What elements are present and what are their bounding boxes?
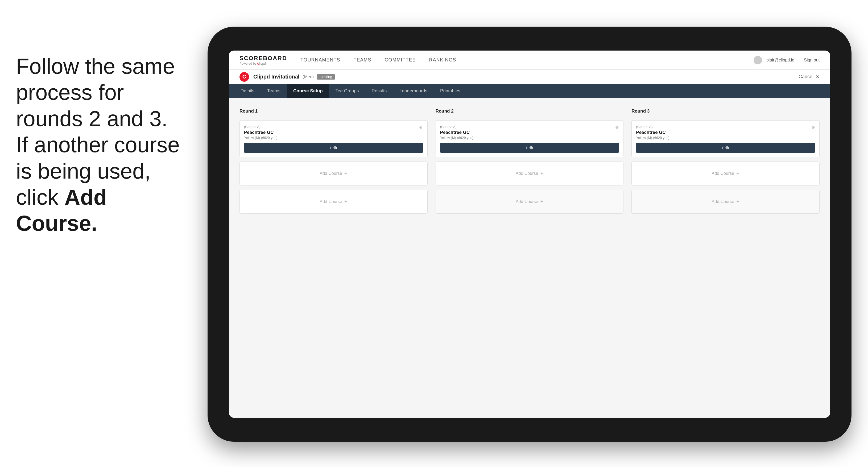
tournament-logo: C [240,72,249,82]
round-3-course-label: (Course A) [636,125,815,129]
instruction-line2: process for [16,80,124,104]
instruction-line3: rounds 2 and 3. [16,106,168,131]
round-2-course-label: (Course A) [440,125,619,129]
tablet-screen: SCOREBOARD Powered by clippd TOURNAMENTS… [229,51,830,418]
round-3-course-tee: Yellow (M) (6629 yds) [636,136,815,140]
powered-by: Powered by clippd [240,62,287,65]
round-2-add-course-2[interactable]: Add Course + [436,190,624,214]
add-course-1-label: Add Course [319,171,342,176]
main-content: Round 1 ⊗ (Course A) Peachtree GC Yellow… [229,98,830,418]
round-2-course-tee: Yellow (M) (6629 yds) [440,136,619,140]
nav-links: TOURNAMENTS TEAMS COMMITTEE RANKINGS [301,55,753,65]
add-course-1-plus-icon: + [344,170,347,177]
nav-rankings[interactable]: RANKINGS [429,55,456,65]
tablet-device: SCOREBOARD Powered by clippd TOURNAMENTS… [208,27,851,442]
round-3-add-course-2-label: Add Course [712,199,735,204]
nav-separator: | [799,58,800,63]
round-3-course-card: ⊗ (Course A) Peachtree GC Yellow (M) (66… [631,120,819,157]
instruction-text: Follow the same process for rounds 2 and… [0,42,197,247]
brand-name: SCOREBOARD [240,55,287,62]
user-avatar [753,56,762,64]
round-1-course-label: (Course A) [244,125,423,129]
instruction-line6-prefix: click [16,185,64,209]
tab-teams[interactable]: Teams [261,84,287,98]
round-2-course-name: Peachtree GC [440,130,619,135]
round-2-column: Round 2 ⊗ (Course A) Peachtree GC Yellow… [436,108,624,214]
tournament-bar: C Clippd Invitational (Men) Hosting Canc… [229,70,830,84]
tab-tee-groups[interactable]: Tee Groups [329,84,365,98]
rounds-grid: Round 1 ⊗ (Course A) Peachtree GC Yellow… [240,108,819,214]
round-3-add-course-2[interactable]: Add Course + [631,190,819,214]
round-2-add-course-1[interactable]: Add Course + [436,161,624,185]
round-3-delete-icon[interactable]: ⊗ [810,124,816,130]
user-email: blair@clippd.io [766,58,794,63]
tab-leaderboards[interactable]: Leaderboards [393,84,434,98]
round-2-add-course-1-plus-icon: + [540,170,544,177]
round-2-header: Round 2 [436,108,624,114]
round-3-add-course-1[interactable]: Add Course + [631,161,819,185]
round-1-header: Round 1 [240,108,428,114]
round-1-add-course-2[interactable]: Add Course + [240,190,428,214]
round-2-course-card: ⊗ (Course A) Peachtree GC Yellow (M) (66… [436,120,624,157]
round-1-course-card: ⊗ (Course A) Peachtree GC Yellow (M) (66… [240,120,428,157]
instruction-line1: Follow the same [16,54,175,78]
round-3-column: Round 3 ⊗ (Course A) Peachtree GC Yellow… [631,108,819,214]
round-2-edit-button[interactable]: Edit [440,143,619,153]
round-3-edit-button[interactable]: Edit [636,143,815,153]
cancel-button[interactable]: Cancel ✕ [799,74,819,80]
round-2-add-course-1-label: Add Course [516,171,538,176]
tab-results[interactable]: Results [365,84,393,98]
nav-tournaments[interactable]: TOURNAMENTS [301,55,340,65]
round-1-course-name: Peachtree GC [244,130,423,135]
tournament-name: Clippd Invitational [253,74,299,80]
nav-committee[interactable]: COMMITTEE [385,55,416,65]
user-info: blair@clippd.io | Sign out [753,56,819,64]
tab-course-setup[interactable]: Course Setup [287,84,329,98]
round-3-add-course-1-plus-icon: + [736,170,740,177]
round-3-add-course-2-plus-icon: + [736,199,740,205]
round-1-edit-button[interactable]: Edit [244,143,423,153]
round-2-delete-icon[interactable]: ⊗ [614,124,620,130]
round-2-add-course-2-label: Add Course [516,199,538,204]
round-3-header: Round 3 [631,108,819,114]
sign-out-link[interactable]: Sign out [804,58,819,63]
add-course-2-label: Add Course [319,199,342,204]
top-nav: SCOREBOARD Powered by clippd TOURNAMENTS… [229,51,830,70]
tab-printables[interactable]: Printables [434,84,467,98]
round-1-delete-icon[interactable]: ⊗ [418,124,424,130]
nav-teams[interactable]: TEAMS [354,55,371,65]
scoreboard-logo: SCOREBOARD Powered by clippd [240,55,287,65]
round-1-add-course-1[interactable]: Add Course + [240,161,428,185]
round-3-course-name: Peachtree GC [636,130,815,135]
round-3-add-course-1-label: Add Course [712,171,735,176]
hosting-badge: Hosting [317,74,335,80]
tab-details[interactable]: Details [234,84,261,98]
tournament-gender: (Men) [303,74,314,79]
round-2-add-course-2-plus-icon: + [540,199,544,205]
round-1-course-tee: Yellow (M) (6629 yds) [244,136,423,140]
round-1-column: Round 1 ⊗ (Course A) Peachtree GC Yellow… [240,108,428,214]
add-course-2-plus-icon: + [344,199,347,205]
sub-tabs: Details Teams Course Setup Tee Groups Re… [229,84,830,98]
instruction-line5: is being used, [16,159,151,183]
instruction-line4: If another course [16,132,180,157]
